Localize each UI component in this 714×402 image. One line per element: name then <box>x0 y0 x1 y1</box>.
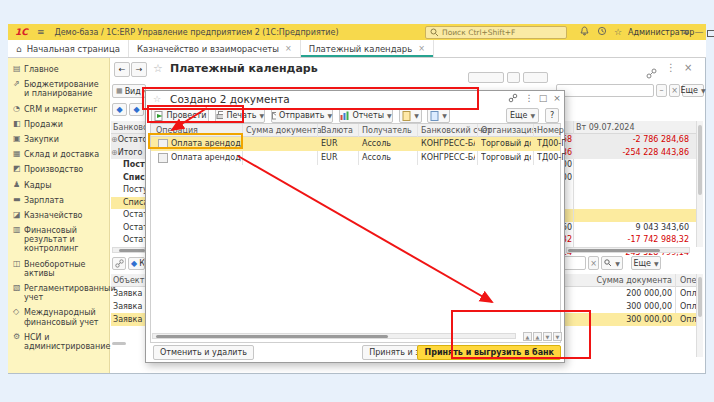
expand-icon[interactable]: ⊕ <box>111 135 118 144</box>
table-row[interactable]: ⊕Остаток <box>111 134 145 147</box>
period-button[interactable] <box>507 72 520 83</box>
print-dropdown-button[interactable]: Печать▼ <box>215 108 265 123</box>
sidebar-item-treasury[interactable]: ◪Казначейство <box>8 208 109 223</box>
get-link-icon[interactable] <box>507 93 519 105</box>
forward-button[interactable]: → <box>131 62 147 77</box>
sidebar-item-fin-result[interactable]: ▥Финансовый результат и контроллинг <box>8 223 109 257</box>
dialog-more-button[interactable]: Еще▼ <box>506 108 539 123</box>
tab-home[interactable]: ⌂ Начальная страница <box>8 40 129 57</box>
column-header[interactable]: Сумма документа <box>246 124 322 137</box>
table-row[interactable]: Поступления <box>111 159 145 172</box>
column-header[interactable]: Банковский счет <box>111 121 145 134</box>
service-menu-icon[interactable]: ≡ <box>680 26 692 38</box>
get-link-button[interactable] <box>112 257 126 270</box>
table-row[interactable]: Остаток <box>111 234 145 247</box>
move-top-button[interactable]: ▲ <box>523 332 532 341</box>
table-row-selected[interactable]: Заявка на р... <box>111 313 145 326</box>
column-header[interactable]: Операция <box>680 274 696 287</box>
sidebar-item-regulated-accounting[interactable]: ▧Регламентированный учет <box>8 281 109 305</box>
sidebar-item-production[interactable]: ◩Производство <box>8 162 109 177</box>
table-row[interactable]: Остаток <box>111 209 145 222</box>
get-link-icon[interactable] <box>646 64 657 83</box>
table-row[interactable]: Списания <box>111 172 145 185</box>
favorites-star-icon[interactable]: ☆ <box>612 26 624 38</box>
column-header[interactable]: Номер <box>537 124 564 137</box>
sidebar-item-crm[interactable]: ◔CRM и маркетинг <box>8 102 109 117</box>
sidebar-item-warehouse[interactable]: ▦Склад и доставка <box>8 147 109 162</box>
column-header[interactable]: Получатель <box>362 124 412 137</box>
row-checkbox[interactable] <box>158 153 168 163</box>
receipts-arrow-button[interactable]: ◆ <box>112 103 127 116</box>
cancel-and-delete-button[interactable]: Отменить и удалить <box>153 345 254 360</box>
reports-dropdown-button[interactable]: Отчеты▼ <box>339 108 393 123</box>
minimize-icon[interactable]: — <box>693 26 705 38</box>
details-more-button[interactable]: Еще▼ <box>631 256 661 270</box>
column-header[interactable]: Операция <box>156 124 198 137</box>
payments-arrow-button[interactable]: ◆ <box>129 103 144 116</box>
sidebar-item-sales[interactable]: ◧Продажи <box>8 117 109 132</box>
favorite-star-icon[interactable]: ☆ <box>153 62 163 75</box>
window-menu-kebab-icon[interactable]: ⋮ <box>523 93 535 103</box>
tab-close-icon[interactable]: × <box>418 44 425 53</box>
tab-payment-calendar[interactable]: Платежный календарь × <box>301 40 434 57</box>
exchange-dropdown-button[interactable]: ▼ <box>427 108 450 123</box>
h-scrollbar[interactable] <box>566 247 690 253</box>
v-scrollbar[interactable] <box>696 121 703 247</box>
maximize-icon[interactable]: □ <box>537 93 549 103</box>
period-nav-buttons[interactable] <box>523 72 548 83</box>
table-row[interactable]: Поступления <box>111 184 145 197</box>
send-dropdown-button[interactable]: Отправить▼ <box>271 108 333 123</box>
global-search-input[interactable]: Поиск Ctrl+Shift+F <box>425 26 567 39</box>
period-field[interactable] <box>468 72 504 83</box>
column-header[interactable]: Организация <box>481 124 537 137</box>
tab-treasury[interactable]: Казначейство и взаиморасчеты × <box>129 40 301 57</box>
move-down-button[interactable]: ▼ <box>543 332 552 341</box>
table-row[interactable]: Заявка на р... <box>111 300 145 313</box>
expand-icon[interactable]: ⊕ <box>111 148 118 157</box>
favorite-star-icon[interactable]: ☆ <box>153 94 161 104</box>
row-checkbox[interactable] <box>158 139 168 149</box>
create-based-on-dropdown-button[interactable]: ▼ <box>399 108 422 123</box>
form-close-icon[interactable]: × <box>684 62 692 73</box>
tab-close-icon[interactable]: × <box>285 44 292 53</box>
sidebar-item-nsi-admin[interactable]: ⚙НСИ и администрирование <box>8 330 109 354</box>
close-dialog-icon[interactable]: × <box>551 93 563 103</box>
quick-filter-input[interactable] <box>556 84 654 97</box>
to-payment-button[interactable]: ◆ К <box>128 257 145 270</box>
move-bottom-button[interactable]: ▼ <box>553 332 562 341</box>
clear-search-icon[interactable]: × <box>588 256 599 270</box>
dialog-titlebar[interactable]: ☆ Создано 2 документа <box>146 91 564 107</box>
back-button[interactable]: ← <box>114 62 130 77</box>
notifications-bell-icon[interactable] <box>578 26 590 38</box>
sidebar-item-budgeting[interactable]: ⇗Бюджетирование и планирование <box>8 77 109 101</box>
help-button[interactable]: ? <box>545 108 559 123</box>
v-scrollbar[interactable] <box>696 274 703 357</box>
sidebar-item-purchases[interactable]: ▣Закупки <box>8 132 109 147</box>
view-dropdown-button[interactable]: ▦ Вид▼ <box>112 84 146 98</box>
table-row-selected[interactable]: Списания <box>111 197 145 210</box>
document-row[interactable]: Оплата арендодате... EUR Ассоль КОНГРЕСС… <box>151 151 560 165</box>
collapse-button[interactable]: – <box>656 84 667 97</box>
more-button-top[interactable]: Еще▼ <box>682 84 704 97</box>
sidebar-item-payroll[interactable]: ▬Зарплата <box>8 193 109 208</box>
column-header[interactable]: Валюта <box>321 124 353 137</box>
document-row-selected[interactable]: Оплата арендодате... EUR Ассоль КОНГРЕСС… <box>151 137 560 151</box>
restore-window-icon[interactable] <box>705 28 714 40</box>
search-dropdown-button[interactable]: ▼ <box>601 256 623 270</box>
form-menu-kebab-icon[interactable]: ⋮ <box>666 62 676 73</box>
table-row[interactable]: Заявка на р... <box>111 287 145 300</box>
column-header[interactable]: Объект оплаты <box>111 274 145 287</box>
history-clock-icon[interactable] <box>596 26 608 38</box>
sidebar-item-ifrs[interactable]: ◇Международный финансовый учет <box>8 305 109 329</box>
post-documents-button[interactable]: Провести <box>151 108 209 123</box>
column-header[interactable]: Сумма документа <box>596 274 672 287</box>
sidebar-item-hr[interactable]: ♟Кадры <box>8 178 109 193</box>
sidebar-item-main[interactable]: ▤Главное <box>8 62 109 77</box>
sidebar-item-assets[interactable]: ◫Внеоборотные активы <box>8 257 109 281</box>
h-scrollbar[interactable] <box>152 333 516 339</box>
accept-and-upload-button[interactable]: Принять и выгрузить в банк <box>417 345 561 360</box>
table-row[interactable]: ⊕Итого <box>111 147 145 160</box>
move-up-button[interactable]: ▲ <box>533 332 542 341</box>
main-menu-icon[interactable]: ≡ <box>37 27 45 37</box>
h-scrollbar[interactable] <box>112 247 145 253</box>
